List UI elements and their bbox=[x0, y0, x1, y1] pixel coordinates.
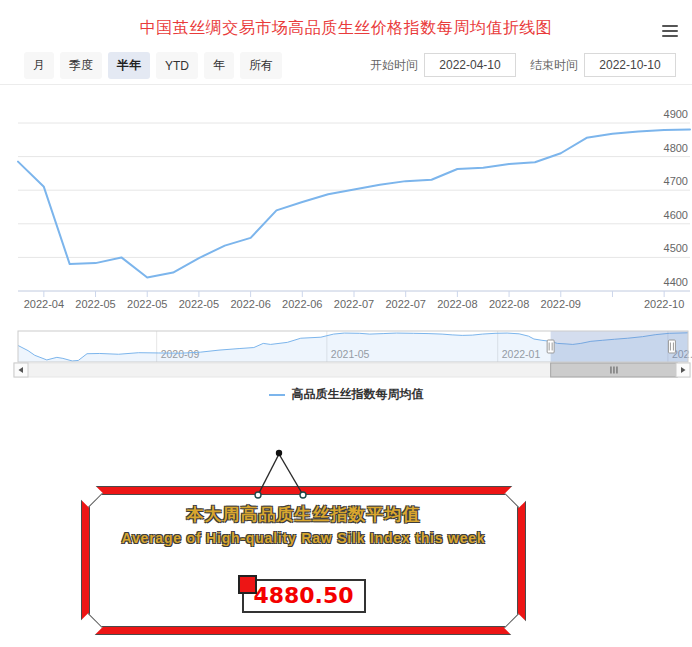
range-button-半年[interactable]: 半年 bbox=[108, 52, 150, 79]
y-axis-label: 4900 bbox=[664, 108, 688, 120]
end-date-input[interactable] bbox=[584, 53, 676, 77]
card-subtitle: Average of High-quality Raw Silk Index t… bbox=[89, 530, 518, 546]
range-button-YTD[interactable]: YTD bbox=[156, 52, 198, 79]
start-date-input[interactable] bbox=[424, 53, 516, 77]
x-axis-label: 2022-06 bbox=[230, 298, 270, 310]
navigator-handle-left-body[interactable] bbox=[547, 340, 554, 353]
x-axis-label: 2022-07 bbox=[334, 298, 374, 310]
navigator-handle-right-body[interactable] bbox=[668, 340, 675, 353]
legend-marker-line bbox=[269, 394, 285, 396]
range-button-所有[interactable]: 所有 bbox=[240, 52, 282, 79]
x-axis-label: 2022-07 bbox=[386, 298, 426, 310]
card-title: 本大周高品质生丝指数平均值 bbox=[89, 503, 518, 526]
red-square-marker-icon bbox=[238, 575, 257, 594]
navigator-selected-mask[interactable] bbox=[551, 331, 688, 362]
y-axis-label: 4400 bbox=[664, 276, 688, 288]
silk-index-app: 中国茧丝绸交易市场高品质生丝价格指数每周均值折线图 月季度半年YTD年所有 开始… bbox=[0, 0, 692, 647]
legend[interactable]: 高品质生丝指数每周均值 bbox=[0, 386, 692, 403]
card-corner bbox=[504, 614, 533, 643]
date-range: 开始时间 结束时间 bbox=[370, 53, 684, 77]
card-corner bbox=[74, 613, 103, 642]
main-chart: 4400450046004700480049002022-042022-0520… bbox=[0, 88, 692, 320]
weekly-average-card: 本大周高品质生丝指数平均值 Average of High-quality Ra… bbox=[82, 487, 525, 634]
x-axis-label: 2022-04 bbox=[24, 298, 64, 310]
legend-label: 高品质生丝指数每周均值 bbox=[292, 386, 424, 403]
x-axis-label: 2022-08 bbox=[489, 298, 529, 310]
header-divider bbox=[0, 84, 692, 85]
navigator: 2020-092021-052022-01202… bbox=[0, 322, 692, 380]
x-axis-label: 2022-10 bbox=[644, 298, 684, 310]
y-axis-label: 4700 bbox=[664, 175, 688, 187]
x-axis-label: 2022-05 bbox=[179, 298, 219, 310]
card-value: 4880.50 bbox=[253, 583, 353, 608]
range-button-季度[interactable]: 季度 bbox=[60, 52, 102, 79]
y-axis-label: 4800 bbox=[664, 142, 688, 154]
range-button-年[interactable]: 年 bbox=[204, 52, 234, 79]
range-button-月[interactable]: 月 bbox=[24, 52, 54, 79]
y-axis-label: 4600 bbox=[664, 209, 688, 221]
hanger-icon bbox=[248, 446, 312, 500]
x-axis-label: 2022-09 bbox=[541, 298, 581, 310]
hamburger-icon[interactable] bbox=[662, 25, 678, 37]
page-title: 中国茧丝绸交易市场高品质生丝价格指数每周均值折线图 bbox=[0, 18, 692, 39]
price-index-line bbox=[18, 130, 690, 278]
x-axis-label: 2022-05 bbox=[75, 298, 115, 310]
card-value-box: 4880.50 bbox=[242, 579, 366, 613]
range-buttons: 月季度半年YTD年所有 bbox=[24, 52, 282, 79]
x-axis-label: 2022-05 bbox=[127, 298, 167, 310]
navigator-handle-right[interactable] bbox=[668, 340, 675, 353]
y-axis-label: 4500 bbox=[664, 242, 688, 254]
range-selector: 月季度半年YTD年所有 开始时间 结束时间 bbox=[0, 52, 692, 78]
x-axis-label: 2022-08 bbox=[437, 298, 477, 310]
start-time-label: 开始时间 bbox=[370, 57, 418, 74]
navigator-handle-left[interactable] bbox=[547, 340, 554, 353]
end-time-label: 结束时间 bbox=[530, 57, 578, 74]
x-axis-label: 2022-06 bbox=[282, 298, 322, 310]
